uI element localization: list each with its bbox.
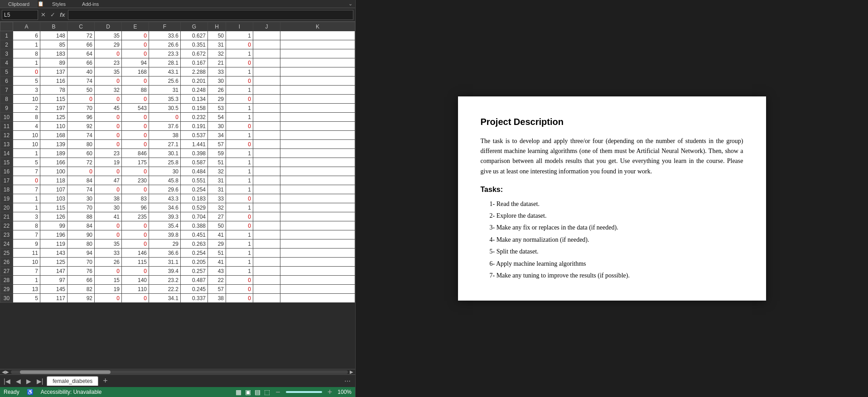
cell[interactable]: 19 — [95, 285, 122, 294]
cell[interactable]: 10 — [13, 258, 40, 267]
table-row[interactable]: 2610125702611531.10.205411 — [0, 258, 355, 267]
cell[interactable]: 40 — [68, 67, 95, 77]
cell[interactable]: 70 — [68, 104, 95, 113]
cell[interactable]: 0.245 — [181, 285, 208, 294]
col-header-H[interactable]: H — [208, 22, 226, 31]
cell[interactable]: 0 — [95, 49, 122, 58]
cell[interactable] — [280, 58, 355, 67]
cell[interactable]: 0.337 — [181, 294, 208, 303]
cell[interactable]: 39.8 — [149, 230, 181, 239]
col-header-G[interactable]: G — [181, 22, 208, 31]
table-row[interactable]: 22899840035.40.388500 — [0, 221, 355, 230]
cell[interactable] — [280, 67, 355, 77]
cell[interactable]: 7 — [13, 185, 40, 194]
cell[interactable]: 31 — [208, 40, 226, 49]
cell[interactable]: 15 — [95, 276, 122, 285]
cell[interactable] — [253, 113, 280, 122]
cell[interactable]: 10 — [13, 140, 40, 149]
table-row[interactable]: 12101687400380.537341 — [0, 131, 355, 140]
cell[interactable] — [253, 167, 280, 176]
cell[interactable]: 0 — [122, 31, 149, 40]
cell[interactable]: 33 — [208, 194, 226, 203]
table-row[interactable]: 92197704554330.50.158531 — [0, 104, 355, 113]
table-row[interactable]: 7378503288310.248261 — [0, 86, 355, 95]
zoom-minus-btn[interactable]: − — [275, 387, 280, 397]
cell[interactable]: 32 — [208, 49, 226, 58]
cell[interactable] — [253, 203, 280, 212]
toolbar-clipboard[interactable]: Clipboard — [0, 0, 38, 8]
cell[interactable]: 3 — [13, 212, 40, 221]
cell[interactable]: 118 — [40, 176, 68, 185]
cell[interactable]: 0 — [95, 113, 122, 122]
cell[interactable]: 0 — [226, 285, 253, 294]
table-row[interactable]: 277147760039.40.257431 — [0, 267, 355, 276]
h-scroll-thumb[interactable] — [20, 370, 111, 374]
table-row[interactable]: 24911980350290.263291 — [0, 239, 355, 249]
cell[interactable]: 7 — [13, 267, 40, 276]
cell[interactable]: 0.263 — [181, 239, 208, 249]
cell[interactable]: 41 — [95, 212, 122, 221]
col-header-J[interactable]: J — [253, 22, 280, 31]
cell[interactable]: 139 — [40, 140, 68, 149]
cell[interactable]: 50 — [208, 221, 226, 230]
cell[interactable]: 1 — [226, 49, 253, 58]
cell[interactable]: 33.6 — [149, 31, 181, 40]
cell[interactable] — [253, 285, 280, 294]
cell[interactable] — [280, 285, 355, 294]
table-row[interactable]: 213126884123539.30.704270 — [0, 212, 355, 221]
cell[interactable] — [280, 267, 355, 276]
cell[interactable]: 1 — [13, 194, 40, 203]
cell[interactable]: 0 — [95, 95, 122, 104]
cell[interactable]: 26.6 — [149, 40, 181, 49]
formula-input[interactable] — [68, 10, 353, 20]
cell[interactable]: 1.441 — [181, 140, 208, 149]
cell[interactable]: 5 — [13, 77, 40, 86]
cell[interactable]: 64 — [68, 49, 95, 58]
cell[interactable]: 0 — [68, 95, 95, 104]
sheet-nav-first[interactable]: |◀ — [2, 378, 12, 385]
cell[interactable]: 0 — [122, 167, 149, 176]
cell[interactable]: 30 — [208, 122, 226, 131]
cell[interactable]: 0 — [226, 95, 253, 104]
cell[interactable] — [253, 239, 280, 249]
cell[interactable] — [253, 40, 280, 49]
cell[interactable]: 10 — [13, 131, 40, 140]
cell[interactable]: 168 — [122, 67, 149, 77]
cell[interactable]: 35 — [95, 67, 122, 77]
cell[interactable]: 0.158 — [181, 104, 208, 113]
cell[interactable]: 0 — [149, 113, 181, 122]
col-header-C[interactable]: C — [68, 22, 95, 31]
table-row[interactable]: 305117920034.10.337380 — [0, 294, 355, 303]
cell[interactable]: 0 — [122, 122, 149, 131]
cell[interactable]: 7 — [13, 230, 40, 239]
cell[interactable] — [253, 86, 280, 95]
cell[interactable]: 92 — [68, 294, 95, 303]
cell[interactable]: 166 — [40, 158, 68, 167]
table-row[interactable]: 418966239428.10.167210 — [0, 58, 355, 67]
cell[interactable]: 19 — [95, 158, 122, 167]
cell[interactable]: 94 — [68, 249, 95, 258]
cell[interactable] — [280, 158, 355, 167]
cell[interactable]: 0 — [122, 140, 149, 149]
cell[interactable]: 34.6 — [149, 203, 181, 212]
view-preview-btn[interactable]: ▤ — [255, 388, 260, 396]
cell[interactable]: 0 — [95, 167, 122, 176]
cell[interactable]: 235 — [122, 212, 149, 221]
cell[interactable] — [280, 239, 355, 249]
cell[interactable]: 13 — [13, 285, 40, 294]
cell[interactable]: 32 — [208, 167, 226, 176]
sheet-tab-female-diabetes[interactable]: female_diabetes — [47, 376, 98, 386]
cell[interactable]: 29 — [208, 239, 226, 249]
cell[interactable]: 35.3 — [149, 95, 181, 104]
cell[interactable]: 230 — [122, 176, 149, 185]
cell[interactable]: 0.257 — [181, 267, 208, 276]
scroll-left-btn[interactable]: ◀ — [2, 369, 5, 374]
cell[interactable] — [253, 258, 280, 267]
cell[interactable]: 74 — [68, 185, 95, 194]
cell[interactable]: 25.6 — [149, 77, 181, 86]
cell[interactable]: 1 — [226, 239, 253, 249]
cell[interactable]: 0.487 — [181, 276, 208, 285]
cell[interactable]: 70 — [68, 203, 95, 212]
cell[interactable]: 6 — [13, 31, 40, 40]
cell[interactable]: 72 — [68, 158, 95, 167]
